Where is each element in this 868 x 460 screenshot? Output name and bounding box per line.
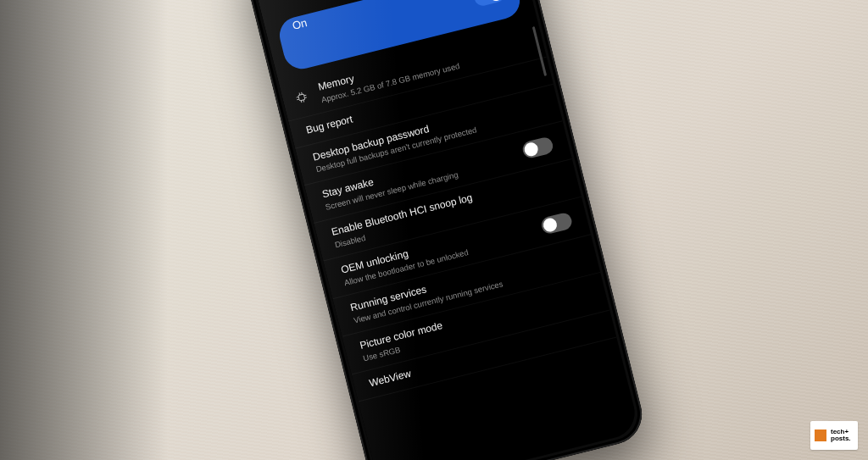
phone-device: 96% Developer options On xyxy=(237,0,648,460)
master-toggle[interactable] xyxy=(472,0,506,8)
settings-list: Memory Approx. 5.2 GB of 7.8 GB memory u… xyxy=(278,16,616,402)
master-toggle-label: On xyxy=(291,16,308,32)
oem-unlocking-toggle[interactable] xyxy=(540,211,574,235)
watermark-text: tech+ posts. xyxy=(831,429,854,443)
stay-awake-toggle[interactable] xyxy=(521,136,555,159)
watermark-logo xyxy=(815,430,826,441)
svg-rect-4 xyxy=(298,94,305,101)
screen: 96% Developer options On xyxy=(246,0,640,460)
chip-icon xyxy=(293,90,309,106)
watermark: tech+ posts. xyxy=(810,421,858,450)
